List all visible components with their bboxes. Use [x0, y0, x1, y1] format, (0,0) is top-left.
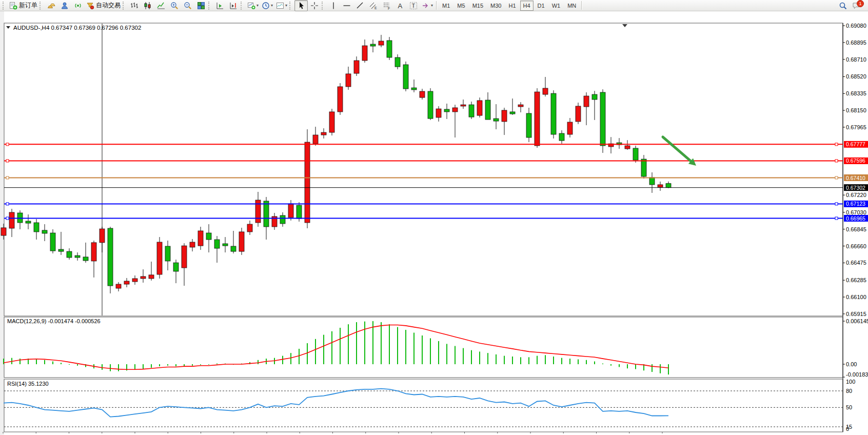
text-tool-button[interactable]: A: [393, 0, 407, 11]
bear-candle: [297, 205, 302, 219]
templates-button[interactable]: ▾: [274, 0, 289, 11]
bear-candle: [428, 91, 433, 118]
bull-candle: [567, 122, 573, 134]
line-chart-button[interactable]: [154, 0, 168, 11]
candlestick-chart-icon: [144, 2, 152, 10]
timeframe-button-m5[interactable]: M5: [454, 1, 468, 11]
timeframe-button-m1[interactable]: M1: [439, 1, 453, 11]
macd-histogram-bar: [446, 344, 447, 364]
candlestick-chart-button[interactable]: [141, 0, 154, 11]
macd-histogram-bar: [175, 364, 176, 366]
macd-histogram-bar: [381, 322, 382, 364]
bull-candle: [584, 96, 589, 107]
zoom-out-button[interactable]: [181, 0, 194, 11]
zoom-in-button[interactable]: [168, 0, 181, 11]
cursor-tool-button[interactable]: [294, 0, 308, 11]
bull-candle: [518, 105, 523, 107]
bull-candle: [329, 112, 334, 132]
fibonacci-tool-button[interactable]: F: [380, 0, 393, 11]
macd-histogram-bar: [290, 353, 291, 364]
vertical-line-tool-button[interactable]: [327, 0, 340, 11]
horizontal-line-tool-button[interactable]: [340, 0, 353, 11]
macd-histogram-bar: [438, 341, 439, 364]
bull-candle: [305, 142, 310, 223]
svg-text:50: 50: [846, 404, 852, 410]
timeframe-button-w1[interactable]: W1: [549, 1, 564, 11]
timeframe-button-mn[interactable]: MN: [564, 1, 579, 11]
macd-histogram-bar: [200, 364, 201, 365]
macd-histogram-bar: [44, 360, 45, 364]
new-chart-icon: [247, 2, 255, 10]
macd-panel[interactable]: [4, 317, 843, 378]
svg-text:80: 80: [846, 388, 852, 394]
macd-histogram-bar: [528, 357, 529, 364]
macd-histogram-bar: [389, 324, 390, 364]
market-watch-button[interactable]: [45, 0, 58, 11]
macd-histogram-bar: [159, 364, 160, 366]
text-label-tool-button[interactable]: T: [407, 0, 420, 11]
auto-trading-button[interactable]: 自动交易: [85, 0, 122, 11]
svg-text:0.66965: 0.66965: [846, 215, 865, 222]
equidistant-channel-tool-button[interactable]: E: [367, 0, 380, 11]
timeframe-button-h1[interactable]: H1: [505, 1, 519, 11]
macd-histogram-bar: [569, 359, 570, 364]
macd-histogram-bar: [118, 364, 119, 371]
search-button[interactable]: [836, 0, 850, 11]
timeframe-button-m30[interactable]: M30: [487, 1, 504, 11]
new-chart-button[interactable]: ▾: [246, 0, 260, 11]
auto-scroll-button[interactable]: [213, 0, 227, 11]
bar-chart-button[interactable]: [128, 0, 141, 11]
main-chart-panel[interactable]: [4, 23, 843, 316]
toolbar-group-handle: [40, 2, 43, 10]
bear-candle: [444, 109, 449, 112]
timeframe-button-h4[interactable]: H4: [520, 1, 534, 11]
auto-trading-button-label: 自动交易: [96, 1, 121, 10]
toolbar-separator: [436, 1, 437, 10]
bull-candle: [239, 232, 244, 251]
svg-text:0.68520: 0.68520: [846, 73, 866, 80]
timeframe-button-d1[interactable]: D1: [535, 1, 548, 11]
macd-histogram-bar: [463, 348, 464, 364]
notifications-button[interactable]: 1: [850, 0, 863, 11]
signals-button[interactable]: [71, 0, 85, 11]
macd-histogram-bar: [520, 357, 521, 364]
tile-windows-button[interactable]: [194, 0, 208, 11]
macd-histogram-bar: [69, 364, 70, 365]
timeframe-button-m15[interactable]: M15: [469, 1, 486, 11]
bull-candle: [141, 276, 146, 279]
rsi-panel[interactable]: [4, 379, 843, 432]
svg-text:0.66475: 0.66475: [846, 260, 866, 266]
bull-candle: [354, 61, 359, 73]
chart-shift-button[interactable]: [227, 0, 240, 11]
bull-candle: [338, 87, 343, 112]
svg-text:0.67965: 0.67965: [846, 124, 866, 130]
search-icon: [839, 2, 847, 10]
chart-area[interactable]: 0.677770.675960.674100.671230.669650.673…: [0, 11, 868, 435]
bull-candle: [502, 110, 507, 122]
periods-button[interactable]: ▾: [260, 0, 274, 11]
macd-histogram-bar: [455, 346, 456, 364]
new-order-button[interactable]: 新订单: [8, 0, 39, 11]
bull-candle: [247, 224, 252, 232]
svg-text:0: 0: [846, 426, 849, 432]
arrows-tool-button[interactable]: ▾: [420, 0, 435, 11]
data-window-button[interactable]: [58, 0, 71, 11]
svg-text:T: T: [412, 3, 416, 9]
trendline-tool-button[interactable]: [353, 0, 367, 11]
svg-text:RSI(14) 35.1230: RSI(14) 35.1230: [7, 381, 49, 387]
bull-candle: [9, 212, 14, 228]
new-order-icon: [9, 2, 17, 10]
bear-candle: [223, 244, 228, 246]
svg-text:0.68150: 0.68150: [846, 107, 866, 113]
chevron-down-icon: ▾: [431, 3, 433, 8]
toolbar-group-handle: [123, 2, 126, 10]
bull-candle: [182, 246, 187, 268]
bear-candle: [510, 112, 515, 114]
bull-candle: [477, 101, 482, 115]
bear-candle: [666, 184, 671, 188]
crosshair-tool-button[interactable]: [308, 0, 321, 11]
bear-candle: [559, 133, 564, 141]
toolbar-group-handle: [289, 2, 293, 10]
zoom-in-icon: [170, 2, 179, 10]
macd-histogram-bar: [102, 364, 103, 370]
